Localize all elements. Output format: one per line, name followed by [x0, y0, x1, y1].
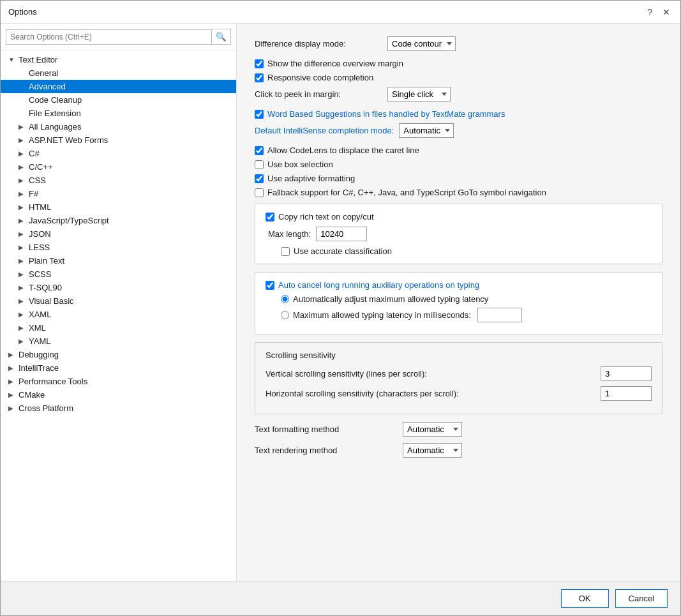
tree-item-cross-platform[interactable]: Cross Platform: [1, 402, 236, 415]
responsive-code-row: Responsive code completion: [255, 73, 662, 82]
click-peek-row: Click to peek in margin: Single click Do…: [255, 87, 662, 101]
text-rendering-dropdown[interactable]: Automatic GDI DirectWrite: [403, 443, 462, 458]
horizontal-scrolling-input[interactable]: [601, 386, 652, 401]
tree-item-label: CMake: [19, 390, 45, 400]
allow-codelens-checkbox[interactable]: [255, 146, 264, 155]
arrow-icon: [19, 230, 26, 237]
arrow-icon: [19, 257, 26, 264]
fallback-support-checkbox[interactable]: [255, 188, 264, 197]
tree-item-debugging[interactable]: Debugging: [1, 348, 236, 361]
dialog-title: Options: [8, 7, 37, 17]
responsive-code-checkbox[interactable]: [255, 73, 264, 82]
tree-item-label: JSON: [29, 229, 51, 239]
intellisense-dropdown[interactable]: Automatic Cycling None: [399, 123, 454, 138]
arrow-icon: [8, 391, 16, 398]
tree-item-all-languages[interactable]: All Languages: [1, 120, 236, 133]
horizontal-scrolling-label: Horizontal scrolling sensitivity (charac…: [266, 389, 595, 398]
tree-item-label: JavaScript/TypeScript: [29, 216, 109, 225]
tree-item-plain-text[interactable]: Plain Text: [1, 254, 236, 267]
copy-rich-section: Copy rich text on copy/cut Max length: U…: [255, 204, 662, 264]
search-button[interactable]: 🔍: [212, 29, 231, 45]
word-suggestions-checkbox[interactable]: [255, 110, 264, 119]
difference-display-row: Difference display mode: Code contour No…: [255, 36, 662, 51]
arrow-icon: [19, 150, 26, 157]
tree-item-general[interactable]: General: [1, 66, 236, 80]
tree-item-text-editor[interactable]: Text Editor: [1, 53, 236, 66]
tree-item-css[interactable]: CSS: [1, 174, 236, 187]
help-button[interactable]: ?: [645, 6, 655, 19]
tree-item-vb[interactable]: Visual Basic: [1, 294, 236, 308]
tree-item-label: Performance Tools: [19, 377, 87, 386]
max-length-label: Max length:: [268, 229, 311, 239]
box-selection-checkbox[interactable]: [255, 160, 264, 169]
adaptive-formatting-checkbox[interactable]: [255, 174, 264, 183]
tree-item-label: General: [29, 68, 58, 78]
tree-item-label: YAML: [29, 336, 50, 346]
cancel-button[interactable]: Cancel: [615, 589, 668, 608]
tree-item-label: All Languages: [29, 122, 81, 131]
tree-item-js-ts[interactable]: JavaScript/TypeScript: [1, 214, 236, 227]
tree-item-tsql[interactable]: T-SQL90: [1, 281, 236, 294]
auto-cancel-checkbox[interactable]: [266, 281, 274, 290]
show-difference-checkbox[interactable]: [255, 59, 264, 68]
accurate-classification-checkbox[interactable]: [281, 247, 290, 256]
tree-item-fsharp[interactable]: F#: [1, 187, 236, 200]
allow-codelens-row: Allow CodeLens to displace the caret lin…: [255, 146, 662, 155]
tree-item-aspnet[interactable]: ASP.NET Web Forms: [1, 133, 236, 147]
responsive-code-label: Responsive code completion: [267, 73, 373, 82]
box-selection-label: Use box selection: [267, 160, 333, 169]
arrow-icon: [8, 378, 16, 385]
box-selection-row: Use box selection: [255, 160, 662, 169]
scrolling-sensitivity-title: Scrolling sensitivity: [266, 350, 652, 360]
ok-button[interactable]: OK: [561, 589, 609, 608]
tree-item-scss[interactable]: SCSS: [1, 267, 236, 281]
tree-item-cmake[interactable]: CMake: [1, 388, 236, 402]
arrow-icon: [19, 217, 26, 224]
text-formatting-dropdown[interactable]: Automatic GDI DirectWrite: [403, 422, 462, 437]
tree-item-csharp[interactable]: C#: [1, 147, 236, 160]
auto-adjust-radio[interactable]: [281, 295, 289, 303]
show-difference-label: Show the difference overview margin: [267, 59, 403, 68]
tree-item-label: F#: [29, 189, 38, 199]
tree-item-code-cleanup[interactable]: Code Cleanup: [1, 93, 236, 107]
copy-rich-checkbox[interactable]: [266, 213, 274, 222]
arrow-icon: [19, 163, 26, 170]
fallback-support-row: Fallback support for C#, C++, Java, and …: [255, 188, 662, 197]
arrow-icon: [19, 324, 26, 331]
tree-item-xml[interactable]: XML: [1, 321, 236, 334]
right-panel: Difference display mode: Code contour No…: [237, 24, 680, 581]
tree-item-json[interactable]: JSON: [1, 227, 236, 241]
text-formatting-label: Text formatting method: [255, 424, 395, 434]
tree-item-label: IntelliTrace: [19, 363, 59, 373]
max-latency-radio[interactable]: [281, 311, 289, 319]
max-latency-row: Maximum allowed typing latency in millis…: [281, 308, 652, 322]
tree-item-html[interactable]: HTML: [1, 200, 236, 214]
tree-item-advanced[interactable]: Advanced: [1, 80, 236, 93]
tree-item-label: LESS: [29, 243, 50, 252]
close-button[interactable]: ✕: [660, 6, 673, 19]
tree-item-label: HTML: [29, 202, 51, 212]
max-latency-label: Maximum allowed typing latency in millis…: [293, 310, 471, 320]
search-input[interactable]: [6, 29, 212, 45]
tree-item-cpp[interactable]: C/C++: [1, 160, 236, 174]
tree-item-less[interactable]: LESS: [1, 241, 236, 254]
tree-item-intellitrace[interactable]: IntelliTrace: [1, 361, 236, 375]
difference-display-dropdown[interactable]: Code contour None Overview: [387, 36, 456, 51]
tree-item-label: Plain Text: [29, 256, 64, 266]
tree-item-file-extension[interactable]: File Extension: [1, 107, 236, 120]
intellisense-row: Default IntelliSense completion mode: Au…: [255, 123, 662, 138]
arrow-icon: [19, 177, 26, 184]
word-suggestions-label: Word Based Suggestions in files handled …: [267, 109, 505, 119]
tree-item-label: File Extension: [29, 109, 81, 118]
vertical-scrolling-input[interactable]: [601, 366, 652, 381]
left-panel: 🔍 Text Editor General Advanced: [1, 24, 237, 581]
tree-item-xaml[interactable]: XAML: [1, 308, 236, 321]
arrow-icon: [19, 244, 26, 251]
vertical-scrolling-row: Vertical scrolling sensitivity (lines pe…: [266, 366, 652, 381]
tree-item-performance-tools[interactable]: Performance Tools: [1, 375, 236, 388]
max-latency-input[interactable]: [477, 308, 522, 322]
tree-item-label: Text Editor: [19, 55, 57, 64]
click-peek-dropdown[interactable]: Single click Double click: [387, 87, 451, 101]
max-length-input[interactable]: [316, 227, 367, 241]
tree-item-yaml[interactable]: YAML: [1, 334, 236, 348]
